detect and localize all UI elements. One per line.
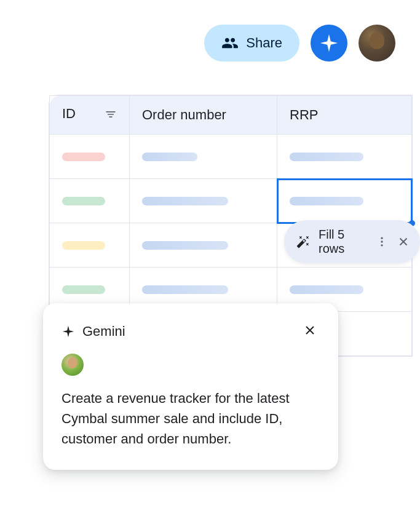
column-header-order[interactable]: Order number [130, 96, 277, 135]
placeholder-pill [62, 285, 105, 294]
prompt-text: Create a revenue tracker for the latest … [61, 388, 320, 449]
table-cell[interactable] [130, 223, 277, 268]
gemini-button[interactable] [311, 25, 347, 62]
placeholder-pill [62, 197, 105, 205]
user-avatar[interactable] [359, 25, 395, 62]
table-cell[interactable] [130, 179, 277, 223]
people-icon [221, 34, 239, 52]
table-cell-selected[interactable] [277, 179, 412, 223]
more-options-button[interactable] [376, 236, 388, 248]
placeholder-pill [62, 153, 105, 161]
share-label: Share [246, 35, 282, 51]
placeholder-pill [142, 197, 228, 205]
column-header-id[interactable]: ID [50, 96, 130, 135]
sparkle-icon [319, 33, 339, 54]
table-cell[interactable] [130, 135, 277, 179]
placeholder-pill [62, 241, 105, 250]
magic-wand-icon [296, 235, 310, 248]
table-cell[interactable] [50, 135, 130, 179]
chip-close-button[interactable] [397, 235, 410, 248]
close-icon [397, 235, 410, 248]
placeholder-pill [142, 241, 228, 250]
svg-point-0 [381, 237, 382, 239]
card-close-button[interactable] [300, 320, 320, 343]
table-row [50, 135, 412, 179]
svg-point-2 [381, 244, 382, 246]
table-row [50, 179, 412, 223]
close-icon [303, 323, 317, 338]
card-title: Gemini [82, 324, 125, 339]
placeholder-pill [290, 197, 363, 205]
card-header: Gemini [61, 320, 320, 343]
fill-rows-label[interactable]: Fill 5 rows [319, 228, 367, 256]
sparkle-icon [61, 325, 75, 338]
more-vert-icon [376, 236, 388, 248]
placeholder-pill [290, 153, 363, 161]
placeholder-pill [142, 285, 228, 294]
gemini-prompt-card: Gemini Create a revenue tracker for the … [43, 303, 338, 470]
table-header-row: ID Order number RRP [50, 96, 412, 135]
placeholder-pill [142, 153, 197, 161]
svg-point-1 [381, 240, 382, 242]
prompt-author-avatar [61, 354, 84, 376]
table-cell[interactable] [50, 179, 130, 223]
filter-icon[interactable] [105, 108, 117, 124]
table-cell[interactable] [50, 223, 130, 268]
placeholder-pill [290, 285, 363, 294]
share-button[interactable]: Share [204, 25, 299, 62]
table-cell[interactable] [277, 135, 412, 179]
fill-rows-chip: Fill 5 rows [284, 220, 420, 263]
topbar: Share [204, 25, 395, 62]
column-header-rrp[interactable]: RRP [277, 96, 412, 135]
